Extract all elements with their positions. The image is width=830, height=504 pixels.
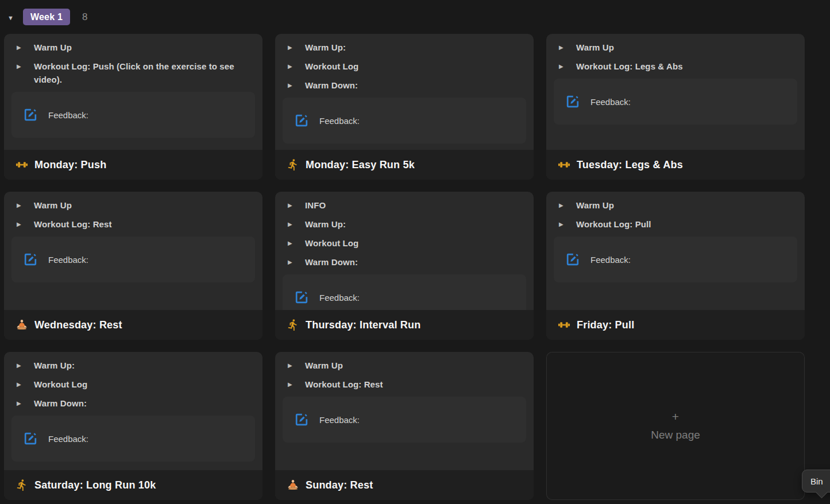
edit-icon bbox=[565, 252, 580, 267]
card-title: Tuesday: Legs & Abs bbox=[577, 159, 683, 171]
card-title-bar[interactable]: Monday: Push bbox=[4, 150, 262, 180]
group-badge-week1[interactable]: Week 1 bbox=[23, 9, 70, 25]
feedback-callout[interactable]: Feedback: bbox=[283, 98, 526, 144]
card-title: Monday: Easy Run 5k bbox=[306, 159, 415, 171]
toggle-triangle-icon: ▶ bbox=[17, 218, 34, 231]
toggle-block[interactable]: ▶Warm Down: bbox=[283, 255, 526, 269]
card-title: Saturday: Long Run 10k bbox=[34, 479, 156, 491]
gallery-grid: ▶Warm Up▶Workout Log: Push (Click on the… bbox=[4, 34, 805, 500]
toggle-block[interactable]: ▶Workout Log bbox=[283, 237, 526, 250]
card-title-bar[interactable]: Monday: Easy Run 5k bbox=[275, 150, 534, 180]
toggle-block[interactable]: ▶Warm Up bbox=[554, 41, 797, 54]
workout-card[interactable]: ▶Warm Up▶Workout Log: RestFeedback:Sunda… bbox=[275, 352, 534, 500]
new-page-button[interactable]: + New page bbox=[546, 352, 805, 500]
toggle-block[interactable]: ▶Workout Log bbox=[283, 60, 526, 73]
toggle-triangle-icon: ▶ bbox=[559, 60, 576, 73]
feedback-callout[interactable]: Feedback: bbox=[11, 237, 255, 282]
card-title-bar[interactable]: Wednesday: Rest bbox=[4, 310, 262, 340]
card-preview: ▶Warm Up▶Workout Log: Push (Click on the… bbox=[4, 34, 262, 150]
card-title-bar[interactable]: Sunday: Rest bbox=[275, 470, 534, 500]
toggle-block[interactable]: ▶Workout Log: Rest bbox=[11, 218, 255, 231]
toggle-label: Warm Up bbox=[305, 359, 343, 372]
card-preview: ▶Warm Up▶Workout Log: RestFeedback: bbox=[275, 352, 534, 470]
toggle-label: Warm Down: bbox=[34, 397, 87, 410]
card-title: Sunday: Rest bbox=[306, 479, 373, 491]
group-header: ▼ Week 1 8 bbox=[0, 0, 830, 34]
toggle-block[interactable]: ▶Warm Up: bbox=[11, 359, 255, 372]
feedback-callout[interactable]: Feedback: bbox=[11, 92, 255, 138]
toggle-block[interactable]: ▶Warm Up bbox=[11, 199, 255, 212]
toggle-block[interactable]: ▶Warm Up: bbox=[283, 218, 526, 231]
toggle-block[interactable]: ▶Workout Log: Pull bbox=[554, 218, 797, 231]
toggle-block[interactable]: ▶Workout Log: Legs & Abs bbox=[554, 60, 797, 73]
card-title-bar[interactable]: Thursday: Interval Run bbox=[275, 310, 534, 340]
toggle-triangle-icon: ▶ bbox=[17, 60, 34, 86]
meditation-icon bbox=[16, 319, 28, 331]
toggle-label: Warm Up bbox=[34, 199, 72, 212]
toggle-block[interactable]: ▶Warm Up bbox=[554, 199, 797, 212]
toggle-label: Warm Up: bbox=[305, 41, 346, 54]
collapse-toggle-icon[interactable]: ▼ bbox=[7, 13, 23, 21]
card-title-bar[interactable]: Tuesday: Legs & Abs bbox=[546, 150, 805, 180]
group-count: 8 bbox=[82, 11, 87, 23]
feedback-callout[interactable]: Feedback: bbox=[283, 274, 526, 310]
bin-tooltip[interactable]: Bin bbox=[802, 470, 830, 493]
toggle-label: INFO bbox=[305, 199, 326, 212]
workout-card[interactable]: ▶Warm Up▶Workout Log: PullFeedback:Frida… bbox=[546, 192, 805, 340]
toggle-label: Workout Log: Rest bbox=[34, 218, 112, 231]
feedback-label: Feedback: bbox=[590, 255, 631, 265]
edit-icon bbox=[565, 94, 580, 109]
new-page-label: New page bbox=[651, 429, 700, 441]
workout-card[interactable]: ▶Warm Up▶Workout Log: RestFeedback:Wedne… bbox=[4, 192, 262, 340]
toggle-block[interactable]: ▶Warm Down: bbox=[283, 79, 526, 92]
toggle-triangle-icon: ▶ bbox=[288, 378, 305, 391]
toggle-triangle-icon: ▶ bbox=[17, 359, 34, 372]
feedback-label: Feedback: bbox=[319, 293, 360, 303]
feedback-label: Feedback: bbox=[319, 116, 360, 126]
toggle-block[interactable]: ▶Workout Log: Rest bbox=[283, 378, 526, 391]
workout-card[interactable]: ▶Warm Up:▶Workout Log▶Warm Down:Feedback… bbox=[275, 34, 534, 180]
bin-tooltip-label: Bin bbox=[810, 476, 823, 486]
workout-card[interactable]: ▶Warm Up:▶Workout Log▶Warm Down:Feedback… bbox=[4, 352, 262, 500]
toggle-triangle-icon: ▶ bbox=[559, 218, 576, 231]
edit-icon bbox=[294, 412, 309, 427]
edit-icon bbox=[23, 431, 38, 446]
toggle-label: Warm Down: bbox=[305, 255, 358, 269]
workout-card[interactable]: ▶Warm Up▶Workout Log: Push (Click on the… bbox=[4, 34, 262, 180]
toggle-label: Workout Log: Pull bbox=[576, 218, 651, 231]
feedback-label: Feedback: bbox=[48, 434, 88, 444]
feedback-callout[interactable]: Feedback: bbox=[283, 397, 526, 443]
toggle-triangle-icon: ▶ bbox=[17, 397, 34, 410]
card-title: Monday: Push bbox=[34, 159, 106, 171]
toggle-block[interactable]: ▶Workout Log: Push (Click on the exercis… bbox=[11, 60, 255, 86]
toggle-label: Warm Up: bbox=[305, 218, 346, 231]
feedback-callout[interactable]: Feedback: bbox=[11, 416, 255, 462]
toggle-label: Warm Up: bbox=[34, 359, 75, 372]
toggle-block[interactable]: ▶Warm Up bbox=[283, 359, 526, 372]
toggle-triangle-icon: ▶ bbox=[288, 41, 305, 54]
card-preview: ▶INFO▶Warm Up:▶Workout Log▶Warm Down:Fee… bbox=[275, 192, 534, 310]
dumbbell-icon bbox=[16, 158, 28, 171]
workout-card[interactable]: ▶INFO▶Warm Up:▶Workout Log▶Warm Down:Fee… bbox=[275, 192, 534, 340]
toggle-triangle-icon: ▶ bbox=[288, 359, 305, 372]
toggle-block[interactable]: ▶Warm Up bbox=[11, 41, 255, 54]
card-title-bar[interactable]: Friday: Pull bbox=[546, 310, 805, 340]
workout-card[interactable]: ▶Warm Up▶Workout Log: Legs & AbsFeedback… bbox=[546, 34, 805, 180]
toggle-label: Warm Down: bbox=[305, 79, 358, 92]
runner-icon bbox=[287, 158, 299, 171]
toggle-label: Workout Log: Push (Click on the exercise… bbox=[34, 60, 251, 86]
toggle-block[interactable]: ▶Warm Up: bbox=[283, 41, 526, 54]
feedback-label: Feedback: bbox=[48, 255, 88, 265]
card-title-bar[interactable]: Saturday: Long Run 10k bbox=[4, 470, 262, 500]
feedback-label: Feedback: bbox=[319, 415, 360, 425]
feedback-callout[interactable]: Feedback: bbox=[554, 237, 797, 282]
toggle-label: Workout Log bbox=[34, 378, 87, 391]
card-preview: ▶Warm Up▶Workout Log: RestFeedback: bbox=[4, 192, 262, 310]
toggle-triangle-icon: ▶ bbox=[17, 41, 34, 54]
toggle-block[interactable]: ▶Workout Log bbox=[11, 378, 255, 391]
toggle-triangle-icon: ▶ bbox=[288, 255, 305, 269]
card-title: Wednesday: Rest bbox=[34, 319, 122, 331]
toggle-block[interactable]: ▶INFO bbox=[283, 199, 526, 212]
toggle-block[interactable]: ▶Warm Down: bbox=[11, 397, 255, 410]
feedback-callout[interactable]: Feedback: bbox=[554, 79, 797, 125]
